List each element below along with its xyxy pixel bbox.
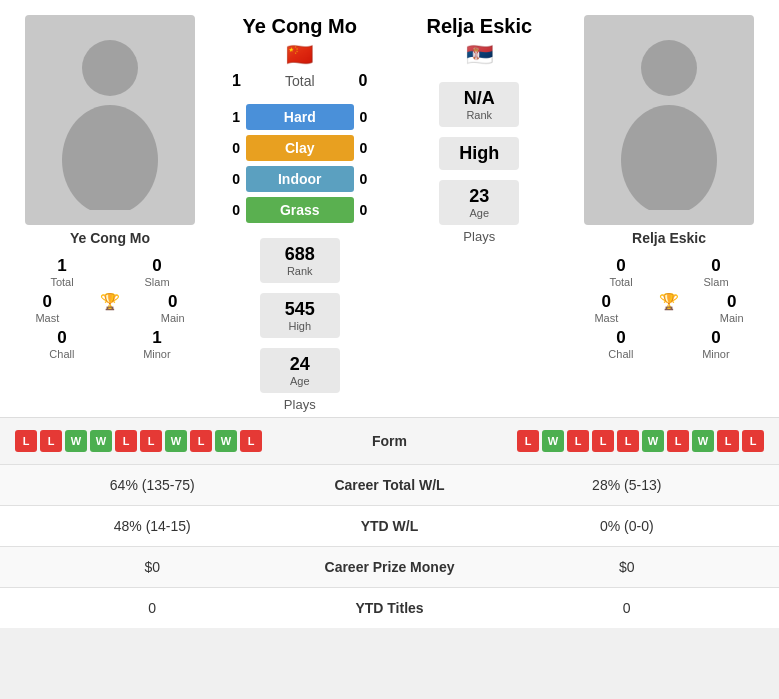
right-player-header: Relja Eskic 🇷🇸 [390,15,570,68]
left-center-stat-boxes: 688 Rank [210,238,390,283]
form-badge-right: L [742,430,764,452]
left-minor-stat: 1 Minor [143,328,171,360]
right-player-name-below: Relja Eskic [632,230,706,246]
right-main-stat: 0 Main [720,292,744,324]
stats-left-val: 0 [15,600,290,616]
left-main-stat: 0 Main [161,292,185,324]
left-total-stat: 1 Total [50,256,73,288]
surface-section: 1 Hard 0 0 Clay 0 0 Indoor 0 0 Grass [210,104,390,228]
right-stats-row3: 0 Chall 0 Minor [574,328,764,360]
form-badge-right: L [517,430,539,452]
stats-right-val: $0 [490,559,765,575]
left-player-name-below: Ye Cong Mo [70,230,150,246]
left-player-header: Ye Cong Mo 🇨🇳 [210,15,390,68]
hard-badge: Hard [246,104,354,130]
left-player-silhouette [50,30,170,210]
stats-center-label: YTD W/L [290,518,490,534]
right-form-badges: LWLLLWLWLL [517,430,764,452]
stats-left-val: $0 [15,559,290,575]
left-high-box-row: 545 High [210,293,390,338]
stats-right-val: 0 [490,600,765,616]
left-player-photo [25,15,195,225]
stats-row: 48% (14-15)YTD W/L0% (0-0) [0,505,779,546]
stats-left-val: 48% (14-15) [15,518,290,534]
form-badge-left: L [240,430,262,452]
right-high-box-row: High [390,137,570,170]
surface-row-hard: 1 Hard 0 [210,104,390,130]
svg-point-2 [641,40,697,96]
right-center-column: Relja Eskic 🇷🇸 N/A Rank High 23 Ag [390,15,570,412]
left-age-box: 24 Age [260,348,340,393]
left-rank-box: 688 Rank [260,238,340,283]
form-badge-right: L [567,430,589,452]
form-badge-left: W [90,430,112,452]
form-badge-left: L [140,430,162,452]
surface-row-indoor: 0 Indoor 0 [210,166,390,192]
stats-right-val: 0% (0-0) [490,518,765,534]
right-stats-row2: 0 Mast 🏆 0 Main [574,292,764,324]
form-badge-right: L [667,430,689,452]
right-player-name: Relja Eskic [426,15,532,38]
right-slam-stat: 0 Slam [704,256,729,288]
svg-point-0 [82,40,138,96]
left-total-num: 1 [232,72,241,90]
form-badge-left: L [15,430,37,452]
grass-badge: Grass [246,197,354,223]
left-high-box: 545 High [260,293,340,338]
right-total-num: 0 [359,72,368,90]
career-stats-section: 64% (135-75)Career Total W/L28% (5-13)48… [0,464,779,628]
right-player-photo [584,15,754,225]
right-plays-label: Plays [463,229,495,244]
form-row: LLWWLLWLWL Form LWLLLWLWLL [15,430,764,452]
stats-row: 64% (135-75)Career Total W/L28% (5-13) [0,464,779,505]
left-form-badges: LLWWLLWLWL [15,430,262,452]
left-player-flag: 🇨🇳 [286,42,313,68]
left-player-name: Ye Cong Mo [243,15,357,38]
form-badge-left: W [65,430,87,452]
surface-row-grass: 0 Grass 0 [210,197,390,223]
form-badge-right: L [617,430,639,452]
right-high-box: High [439,137,519,170]
stats-row: $0Career Prize Money$0 [0,546,779,587]
svg-point-3 [621,105,717,210]
stats-center-label: YTD Titles [290,600,490,616]
right-player-flag: 🇷🇸 [466,42,493,68]
form-label: Form [372,433,407,449]
svg-point-1 [62,105,158,210]
left-player-column: Ye Cong Mo 1 Total 0 Slam 0 Mast [10,15,210,412]
left-stats-row2: 0 Mast 🏆 0 Main [15,292,205,324]
total-label: Total [285,73,315,89]
right-age-box-row: 23 Age [390,180,570,225]
right-player-stats: 0 Total 0 Slam 0 Mast 🏆 [569,256,769,360]
right-total-stat: 0 Total [609,256,632,288]
form-badge-left: L [190,430,212,452]
right-minor-stat: 0 Minor [702,328,730,360]
left-player-stats: 1 Total 0 Slam 0 Mast 🏆 [10,256,210,360]
right-trophy-icon: 🏆 [659,292,679,324]
main-container: Ye Cong Mo 1 Total 0 Slam 0 Mast [0,0,779,628]
clay-badge: Clay [246,135,354,161]
right-stats-row1: 0 Total 0 Slam [574,256,764,288]
stats-row: 0YTD Titles0 [0,587,779,628]
stats-center-label: Career Total W/L [290,477,490,493]
right-age-box: 23 Age [439,180,519,225]
total-row: 1 Total 0 [210,72,390,90]
stats-right-val: 28% (5-13) [490,477,765,493]
surface-row-clay: 0 Clay 0 [210,135,390,161]
left-stats-row3: 0 Chall 1 Minor [15,328,205,360]
form-badge-right: W [692,430,714,452]
form-badge-left: L [115,430,137,452]
right-rank-box: N/A Rank [439,82,519,127]
left-trophy-icon: 🏆 [100,292,120,324]
left-slam-stat: 0 Slam [145,256,170,288]
form-badge-left: L [40,430,62,452]
left-plays-label: Plays [284,397,316,412]
form-badge-right: L [717,430,739,452]
stats-left-val: 64% (135-75) [15,477,290,493]
left-stats-row1: 1 Total 0 Slam [15,256,205,288]
stats-center-label: Career Prize Money [290,559,490,575]
form-badge-right: W [542,430,564,452]
form-badge-left: W [215,430,237,452]
right-mast-stat: 0 Mast [594,292,618,324]
form-section: LLWWLLWLWL Form LWLLLWLWLL [0,417,779,464]
